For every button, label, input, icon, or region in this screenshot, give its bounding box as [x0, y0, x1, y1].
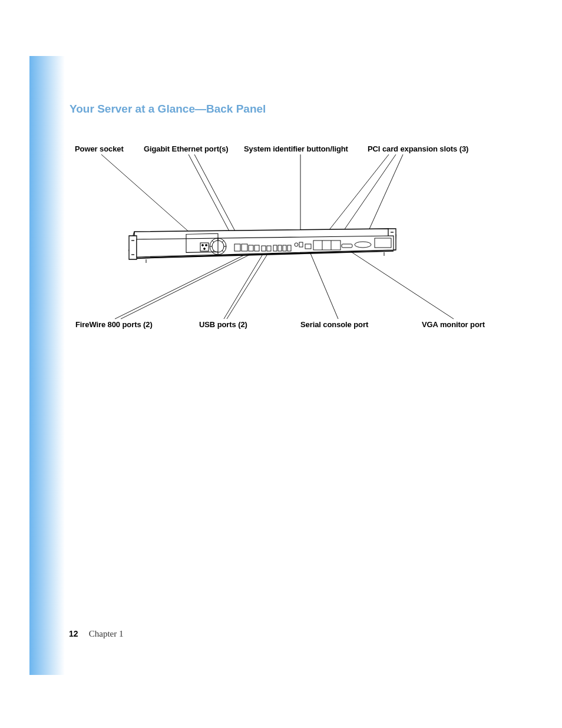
svg-rect-37 — [242, 244, 247, 251]
label-vga: VGA monitor port — [422, 320, 485, 329]
label-system-identifier: System identifier button/light — [244, 144, 348, 153]
svg-point-23 — [212, 241, 224, 252]
svg-line-2 — [194, 154, 244, 249]
section-heading: Your Server at a Glance—Back Panel — [70, 103, 266, 116]
label-firewire: FireWire 800 ports (2) — [75, 320, 153, 329]
svg-point-33 — [202, 245, 204, 246]
svg-rect-36 — [234, 244, 240, 251]
svg-line-9 — [224, 252, 264, 319]
svg-marker-16 — [388, 229, 396, 250]
svg-line-55 — [137, 251, 394, 258]
svg-line-29 — [222, 241, 224, 242]
svg-rect-41 — [267, 246, 271, 251]
svg-line-6 — [362, 154, 403, 245]
page-number: 12 — [69, 629, 78, 638]
svg-rect-42 — [273, 245, 277, 251]
svg-rect-39 — [254, 245, 259, 251]
label-pci-slots: PCI card expansion slots (3) — [368, 144, 468, 153]
svg-point-22 — [210, 238, 226, 255]
svg-marker-15 — [129, 236, 137, 259]
svg-line-28 — [212, 241, 214, 242]
label-gigabit-ethernet: Gigabit Ethernet port(s) — [144, 144, 229, 153]
svg-point-53 — [355, 242, 371, 248]
svg-line-4 — [318, 154, 389, 245]
label-power-socket: Power socket — [75, 144, 124, 153]
page-footer: 12 Chapter 1 — [69, 628, 123, 639]
left-margin-gradient — [29, 56, 65, 675]
svg-rect-44 — [283, 245, 286, 251]
label-serial: Serial console port — [300, 320, 368, 329]
svg-line-31 — [222, 251, 224, 252]
svg-line-10 — [227, 252, 269, 319]
svg-line-5 — [334, 154, 396, 245]
svg-rect-52 — [342, 244, 352, 248]
svg-line-8 — [121, 252, 254, 319]
svg-rect-45 — [287, 245, 291, 251]
svg-rect-43 — [278, 245, 282, 251]
svg-line-12 — [345, 248, 454, 319]
svg-rect-40 — [262, 246, 266, 251]
svg-rect-47 — [299, 242, 303, 247]
svg-rect-48 — [305, 244, 311, 249]
svg-rect-54 — [375, 238, 391, 248]
chapter-label: Chapter 1 — [89, 629, 124, 638]
svg-line-0 — [101, 154, 207, 248]
svg-line-1 — [189, 154, 239, 249]
svg-line-11 — [308, 246, 338, 319]
svg-rect-38 — [249, 245, 253, 251]
svg-rect-21 — [186, 233, 218, 252]
svg-point-34 — [206, 245, 207, 246]
svg-line-13 — [134, 232, 137, 258]
svg-point-35 — [204, 248, 206, 250]
svg-rect-49 — [313, 241, 340, 250]
svg-line-30 — [212, 251, 214, 252]
svg-line-7 — [115, 252, 250, 319]
label-usb: USB ports (2) — [199, 320, 247, 329]
svg-point-46 — [295, 243, 298, 246]
svg-line-14 — [388, 229, 396, 235]
svg-rect-32 — [200, 243, 209, 251]
